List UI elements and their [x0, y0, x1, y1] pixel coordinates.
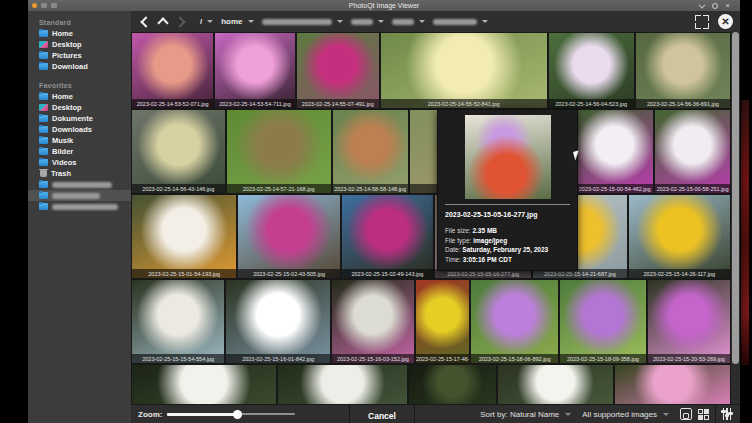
thumbnail-tile[interactable]: 2023-02-25-14-53-54-711.jpg — [214, 32, 295, 109]
sidebar-item-label: Desktop — [52, 103, 82, 112]
thumbnail-tile[interactable] — [614, 364, 731, 404]
folder-icon — [39, 115, 48, 122]
thumbnail-tile[interactable]: 2023-02-25-14-56-04-523.jpg — [548, 32, 635, 109]
forward-button[interactable] — [174, 15, 188, 29]
folder-icon — [39, 192, 48, 199]
sidebar-item-label: Dokumente — [52, 114, 93, 123]
zoom-slider[interactable] — [167, 410, 295, 419]
thumbnail-tile[interactable]: 2023-02-25-15-18-09-358.jpg — [559, 279, 647, 364]
breadcrumb-segment[interactable] — [262, 19, 343, 25]
chevron-right-icon — [174, 16, 185, 27]
thumbnail-filename: 2023-02-25-15-00-58-251.jpg — [655, 184, 730, 193]
thumbnail-tile[interactable]: 2023-02-25-15-15-54-554.jpg — [131, 279, 225, 364]
thumbnail-tile[interactable]: 2023-02-25-15-18-06-892.jpg — [470, 279, 558, 364]
thumbnail-tile[interactable]: 2023-02-25-15-00-58-251.jpg — [654, 109, 731, 194]
thumbnail-tile[interactable]: 2023-02-25-14-53-52-071.jpg — [131, 32, 214, 109]
chevron-left-icon — [140, 16, 151, 27]
divider — [715, 405, 716, 423]
cancel-button[interactable]: Cancel — [368, 411, 396, 421]
thumbnail-tile[interactable]: 2023-02-25-15-02-43-505.jpg — [237, 194, 340, 279]
close-dialog-icon[interactable]: ✕ — [718, 14, 733, 29]
window-content: StandardHomeDesktopPicturesDownloadFavor… — [28, 11, 740, 423]
scrollbar[interactable] — [731, 32, 740, 404]
sidebar-item-desktop[interactable]: Desktop — [28, 39, 131, 50]
sidebar-item-videos[interactable]: Videos — [28, 157, 131, 168]
sidebar-item-label: Desktop — [52, 40, 82, 49]
folder-icon — [39, 148, 48, 155]
sidebar-item-label: Downloads — [52, 125, 92, 134]
chevron-up-icon — [157, 17, 168, 28]
thumbnail-tile[interactable]: 2023-02-25-15-01-54-193.jpg — [131, 194, 237, 279]
thumbnail-tile[interactable] — [497, 364, 614, 404]
app-window: PhotoQt Image Viewer × StandardHomeDeskt… — [28, 0, 740, 423]
chevron-down-icon — [207, 20, 213, 23]
sidebar-item-desktop[interactable]: Desktop — [28, 102, 131, 113]
thumbnail-tile[interactable]: 2023-02-25-15-00-54-462.jpg — [575, 109, 654, 194]
thumbnail-tile[interactable]: 2023-02-25-15-16-01-842.jpg — [225, 279, 331, 364]
redacted-label — [52, 204, 118, 210]
thumbnail-tile[interactable]: 2023-02-25-15-17-46-071.jpg — [415, 279, 471, 364]
file-info-tooltip: 2023-02-25-15-05-16-277.jpg File size: 2… — [437, 109, 578, 271]
thumbnail-row: 2023-02-25-14-56-43-146.jpg2023-02-25-14… — [131, 109, 731, 194]
thumbnail-tile[interactable]: 2023-02-25-15-20-53-269.jpg — [647, 279, 731, 364]
thumbnail-filename: 2023-02-25-14-55-52-841.jpg — [381, 99, 547, 108]
breadcrumb-segment[interactable]: home — [221, 17, 253, 26]
breadcrumb-segment[interactable] — [351, 19, 384, 25]
thumbnail-tile[interactable]: 2023-02-25-14-57-21-168.jpg — [226, 109, 332, 194]
breadcrumb-segment[interactable] — [392, 19, 425, 25]
thumbnail-tile[interactable]: 2023-02-25-15-02-49-143.jpg — [341, 194, 434, 279]
back-button[interactable] — [138, 15, 152, 29]
sidebar-item-trash[interactable]: Trash — [28, 168, 131, 179]
settings-button[interactable] — [721, 408, 733, 420]
thumbnail-tile[interactable]: 2023-02-25-14-55-07-491.jpg — [296, 32, 380, 109]
save-icon — [680, 408, 692, 420]
filetype-filter-dropdown[interactable]: All supported images — [582, 410, 669, 419]
sidebar-item-home[interactable]: Home — [28, 91, 131, 102]
thumbnail-tile[interactable]: 2023-02-25-14-56-36-691.jpg — [635, 32, 731, 109]
folder-icon — [39, 203, 48, 210]
thumbnail-tile[interactable] — [131, 364, 277, 404]
tooltip-details: File size: 2.35 MBFile type: image/jpegD… — [445, 226, 570, 264]
save-view-button[interactable] — [680, 408, 692, 420]
folder-icon — [39, 93, 48, 100]
sidebar-item-pictures[interactable]: Pictures — [28, 50, 131, 61]
sidebar-item-home[interactable]: Home — [28, 28, 131, 39]
fullscreen-icon[interactable] — [695, 15, 709, 29]
sidebar-section-gap — [28, 212, 131, 219]
sidebar-item-download[interactable]: Download — [28, 61, 131, 72]
tooltip-detail-row: Date: Saturday, February 25, 2023 — [445, 245, 570, 255]
thumbnail-tile[interactable]: 2023-02-25-15-14-26-117.jpg — [628, 194, 731, 279]
breadcrumb-segment-label: home — [221, 17, 242, 26]
zoom-slider-handle[interactable] — [233, 410, 242, 419]
up-button[interactable] — [156, 15, 170, 29]
layout-view-button[interactable] — [698, 409, 709, 420]
desktop-icon — [39, 41, 48, 48]
sidebar-item-redacted[interactable] — [28, 190, 131, 201]
thumbnail-tile[interactable]: 2023-02-25-14-58-58-148.jpg — [332, 109, 409, 194]
thumbnail-filename: 2023-02-25-14-56-43-146.jpg — [132, 184, 225, 193]
file-dialog: /home ✕ 2023-02-25-14-53-52-071.jpg2023-… — [131, 11, 740, 423]
thumbnail-filename: 2023-02-25-15-18-09-358.jpg — [560, 354, 646, 363]
breadcrumb-segment[interactable] — [433, 19, 488, 25]
thumbnail-tile[interactable]: 2023-02-25-14-55-52-841.jpg — [380, 32, 548, 109]
scrollbar-thumb[interactable] — [732, 32, 739, 364]
sort-dropdown[interactable]: Sort by: Natural Name — [480, 410, 571, 419]
zoom-slider-fill — [167, 413, 237, 416]
thumbnail-tile[interactable]: 2023-02-25-15-16-03-152.jpg — [331, 279, 415, 364]
sidebar-item-label: Bilder — [52, 147, 73, 156]
thumbnail-filename: 2023-02-25-15-00-54-462.jpg — [576, 184, 653, 193]
sidebar-item-downloads[interactable]: Downloads — [28, 124, 131, 135]
sidebar-item-redacted[interactable] — [28, 179, 131, 190]
sidebar-item-label: Pictures — [52, 51, 82, 60]
thumbnail-filename: 2023-02-25-14-56-04-523.jpg — [549, 99, 634, 108]
thumbnail-tile[interactable]: 2023-02-25-14-56-43-146.jpg — [131, 109, 226, 194]
sidebar-item-musik[interactable]: Musik — [28, 135, 131, 146]
thumbnail-tile[interactable] — [408, 364, 496, 404]
breadcrumb-segment[interactable]: / — [200, 17, 213, 26]
thumbnail-tile[interactable] — [277, 364, 409, 404]
chevron-down-icon — [378, 20, 384, 23]
folder-icon — [39, 159, 48, 166]
sidebar-item-redacted[interactable] — [28, 201, 131, 212]
sidebar-item-dokumente[interactable]: Dokumente — [28, 113, 131, 124]
sidebar-item-bilder[interactable]: Bilder — [28, 146, 131, 157]
